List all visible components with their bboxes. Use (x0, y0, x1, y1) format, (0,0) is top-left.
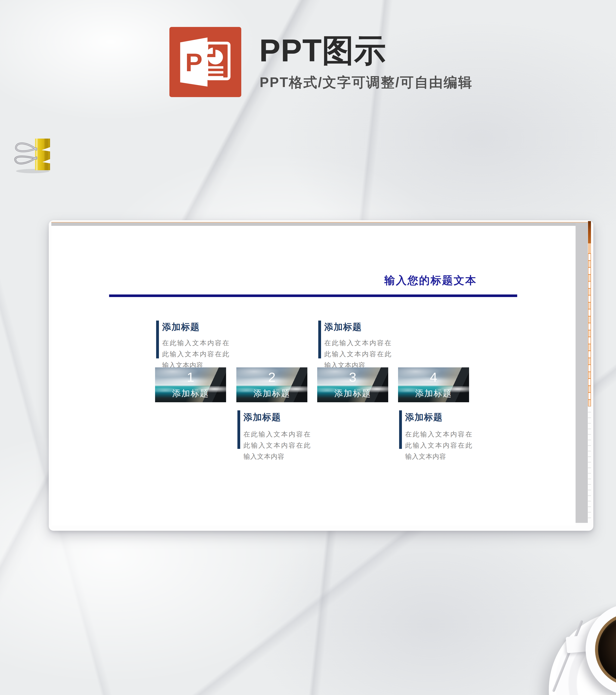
page-subtitle: PPT格式/文字可调整/可自由编辑 (260, 73, 473, 92)
card-column-4: 4 添加标题 添加标题 在此输入文本内容在此输入文本内容在此输入文本内容 (398, 220, 471, 531)
card-photo-ocean: 1 添加标题 (155, 367, 226, 402)
card-photo-caption: 添加标题 (155, 388, 226, 399)
bookmark-segment-dashes (588, 406, 591, 523)
card-photo-caption: 添加标题 (236, 388, 307, 399)
card-body: 在此输入文本内容在此输入文本内容在此输入文本内容 (324, 337, 392, 371)
card-body: 在此输入文本内容在此输入文本内容在此输入文本内容 (405, 429, 472, 462)
card-number: 3 (317, 370, 388, 385)
card-title: 添加标题 (162, 321, 200, 333)
card-photo-caption: 添加标题 (398, 388, 469, 399)
card-photo-ocean: 3 添加标题 (317, 367, 388, 402)
card-photo-ocean: 4 添加标题 (398, 367, 469, 402)
logo-letter: P (185, 48, 202, 77)
card-number: 1 (155, 370, 226, 385)
page-title: PPT图示 (259, 30, 386, 72)
bookmark-segment-dark (588, 221, 591, 243)
card-body: 在此输入文本内容在此输入文本内容在此输入文本内容 (162, 337, 229, 371)
card-number: 4 (398, 370, 469, 385)
card-photo-caption: 添加标题 (317, 388, 388, 399)
card-text-block: 添加标题 在此输入文本内容在此输入文本内容在此输入文本内容 (317, 321, 390, 367)
card-text-block: 添加标题 在此输入文本内容在此输入文本内容在此输入文本内容 (155, 321, 228, 367)
accent-bar (156, 321, 159, 358)
card-number: 2 (236, 370, 307, 385)
slide-preview: 输入您的标题文本 添加标题 在此输入文本内容在此输入文本内容在此输入文本内容 1… (49, 220, 593, 531)
bookmark-strip (588, 220, 591, 531)
binder-clip-icon (12, 136, 54, 174)
card-column-1: 添加标题 在此输入文本内容在此输入文本内容在此输入文本内容 1 添加标题 (155, 220, 228, 531)
slide-sheet (51, 226, 576, 526)
card-column-2: 2 添加标题 添加标题 在此输入文本内容在此输入文本内容在此输入文本内容 (236, 220, 309, 531)
card-text-block: 添加标题 在此输入文本内容在此输入文本内容在此输入文本内容 (398, 410, 471, 460)
accent-bar (237, 410, 240, 449)
card-title: 添加标题 (405, 411, 443, 423)
card-text-block: 添加标题 在此输入文本内容在此输入文本内容在此输入文本内容 (236, 410, 309, 460)
bookmark-segment-striped (588, 253, 591, 406)
accent-bar (318, 321, 321, 358)
accent-bar (399, 410, 402, 449)
card-column-3: 添加标题 在此输入文本内容在此输入文本内容在此输入文本内容 3 添加标题 (317, 220, 390, 531)
card-title: 添加标题 (324, 321, 362, 333)
card-body: 在此输入文本内容在此输入文本内容在此输入文本内容 (244, 429, 311, 462)
sheet-right-edge (576, 223, 588, 523)
card-photo-ocean: 2 添加标题 (236, 367, 307, 402)
card-title: 添加标题 (244, 411, 281, 423)
powerpoint-logo-icon: P (169, 27, 241, 97)
bookmark-segment-light (588, 243, 591, 253)
